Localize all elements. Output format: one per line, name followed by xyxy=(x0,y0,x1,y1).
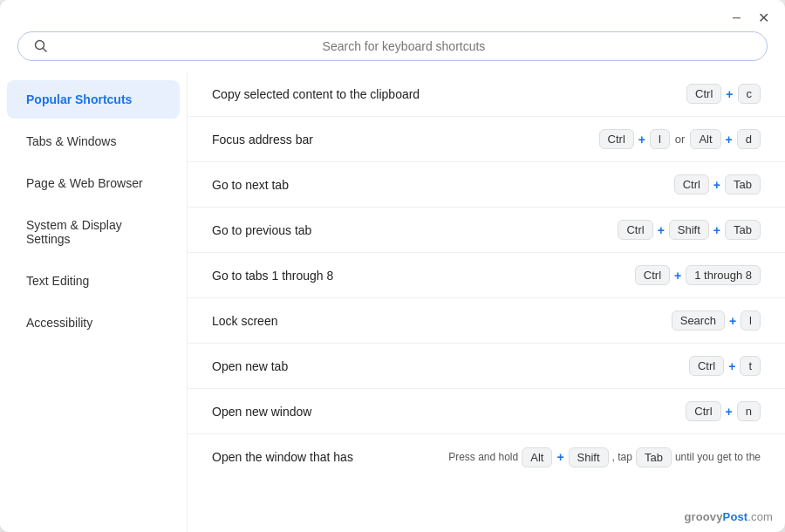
search-input[interactable] xyxy=(57,39,751,53)
minimize-button[interactable]: – xyxy=(727,8,746,27)
key-plus: + xyxy=(725,133,734,147)
key-badge: Shift xyxy=(669,220,709,240)
key-text: , tap xyxy=(612,451,632,463)
key-text: until you get to the xyxy=(675,451,761,463)
key-badge: l xyxy=(650,129,670,149)
key-plus: + xyxy=(556,450,564,464)
sidebar-item-system[interactable]: System & Display Settings xyxy=(7,206,180,258)
shortcut-keys-text: Press and hold Alt+Shift , tap Tab until… xyxy=(448,447,761,467)
shortcut-description: Open the window that has xyxy=(212,450,448,464)
shortcut-keys: Ctrl+t xyxy=(689,356,761,376)
key-badge: Tab xyxy=(725,174,761,194)
key-text: Press and hold xyxy=(448,451,518,463)
key-badge: Alt xyxy=(690,129,720,149)
key-badge: c xyxy=(738,84,761,104)
key-badge: 1 through 8 xyxy=(686,265,761,285)
shortcut-description: Focus address bar xyxy=(212,133,599,147)
shortcut-description: Go to tabs 1 through 8 xyxy=(212,269,635,283)
key-badge: Ctrl xyxy=(674,174,709,194)
shortcut-keys: Search+l xyxy=(672,310,761,331)
sidebar-item-page[interactable]: Page & Web Browser xyxy=(7,164,180,202)
shortcut-description: Lock screen xyxy=(212,314,672,328)
sidebar-item-text[interactable]: Text Editing xyxy=(7,262,180,300)
key-badge: Ctrl xyxy=(635,265,670,285)
title-bar: – ✕ xyxy=(0,0,785,31)
shortcut-keys: Ctrl+1 through 8 xyxy=(635,265,761,285)
svg-line-1 xyxy=(44,49,47,52)
close-button[interactable]: ✕ xyxy=(753,8,775,28)
key-badge: Alt xyxy=(522,447,552,467)
title-bar-buttons: – ✕ xyxy=(727,8,775,28)
key-badge: t xyxy=(740,356,761,376)
shortcut-keys: Ctrl+lorAlt+d xyxy=(599,129,761,149)
shortcut-row: Focus address barCtrl+lorAlt+d xyxy=(188,117,785,162)
shortcut-row: Open the window that hasPress and hold A… xyxy=(188,434,785,480)
key-badge: Ctrl xyxy=(686,84,721,104)
shortcut-row: Copy selected content to the clipboardCt… xyxy=(188,72,785,117)
shortcut-row: Open new tabCtrl+t xyxy=(188,344,785,389)
main-content: Popular ShortcutsTabs & WindowsPage & We… xyxy=(0,72,785,532)
key-badge: Ctrl xyxy=(686,401,720,421)
sidebar-item-popular[interactable]: Popular Shortcuts xyxy=(7,80,180,119)
key-plus: + xyxy=(725,87,734,101)
shortcuts-list: Copy selected content to the clipboardCt… xyxy=(188,72,785,532)
key-plus: + xyxy=(673,269,682,283)
shortcut-row: Open new windowCtrl+n xyxy=(188,389,785,434)
key-plus: + xyxy=(638,133,646,147)
shortcut-keys: Ctrl+Shift+Tab xyxy=(618,220,761,240)
search-bar xyxy=(17,31,768,61)
key-badge: Search xyxy=(672,310,725,331)
key-badge: Ctrl xyxy=(689,356,724,376)
shortcut-row: Go to tabs 1 through 8Ctrl+1 through 8 xyxy=(188,253,785,298)
shortcut-row: Lock screenSearch+l xyxy=(188,298,785,344)
key-badge: d xyxy=(737,129,761,149)
key-plus: + xyxy=(713,223,721,237)
key-plus: + xyxy=(727,359,736,373)
key-plus: + xyxy=(728,314,737,328)
shortcut-description: Go to next tab xyxy=(212,178,674,192)
shortcut-keys: Ctrl+Tab xyxy=(674,174,761,194)
key-badge: l xyxy=(741,310,761,331)
sidebar-item-tabs[interactable]: Tabs & Windows xyxy=(7,122,180,160)
key-badge: Shift xyxy=(569,447,609,467)
search-icon xyxy=(34,39,48,53)
key-badge: n xyxy=(737,401,761,421)
key-plus: + xyxy=(725,405,734,419)
shortcut-description: Open new window xyxy=(212,405,686,419)
shortcut-keys: Ctrl+c xyxy=(686,84,761,104)
shortcut-description: Copy selected content to the clipboard xyxy=(212,87,686,101)
shortcut-keys: Ctrl+n xyxy=(686,401,761,421)
key-badge: Ctrl xyxy=(618,220,652,240)
sidebar: Popular ShortcutsTabs & WindowsPage & We… xyxy=(0,72,188,532)
keyboard-shortcuts-window: – ✕ Popular ShortcutsTabs & WindowsPage … xyxy=(0,0,785,532)
sidebar-item-accessibility[interactable]: Accessibility xyxy=(7,304,180,342)
shortcut-row: Go to previous tabCtrl+Shift+Tab xyxy=(188,208,785,253)
key-plus: + xyxy=(713,178,721,192)
shortcut-description: Open new tab xyxy=(212,359,689,373)
key-plus: + xyxy=(657,223,666,237)
key-or: or xyxy=(673,133,687,146)
key-badge: Tab xyxy=(725,220,761,240)
key-badge: Tab xyxy=(636,447,672,467)
search-bar-area xyxy=(0,31,785,72)
shortcut-row: Go to next tabCtrl+Tab xyxy=(188,162,785,208)
shortcut-description: Go to previous tab xyxy=(212,223,618,237)
key-badge: Ctrl xyxy=(599,129,634,149)
